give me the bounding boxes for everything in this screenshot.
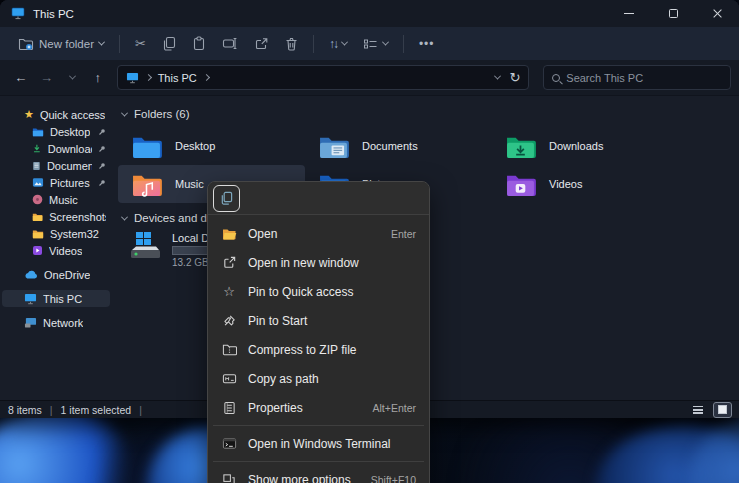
sidebar-item-network[interactable]: Network — [2, 314, 110, 331]
chevron-down-icon — [98, 39, 105, 46]
sidebar-item-system32[interactable]: System32 — [2, 225, 110, 242]
back-button[interactable]: ← — [8, 65, 34, 91]
rename-button[interactable] — [214, 30, 246, 57]
sidebar-item-label: Quick access — [40, 109, 105, 121]
folder-icon — [32, 229, 44, 239]
sidebar-item-label: Documents — [47, 160, 92, 172]
menu-item-label: Properties — [248, 401, 362, 415]
list-view-icon — [693, 406, 703, 414]
sidebar-item-label: System32 — [50, 228, 99, 240]
folder-tile-videos[interactable]: Videos — [492, 165, 679, 203]
view-layout-icon — [363, 38, 378, 50]
maximize-button[interactable] — [651, 0, 695, 27]
music-disc-icon — [32, 194, 43, 205]
terminal-icon — [221, 437, 237, 450]
folder-icon — [32, 212, 43, 222]
close-button[interactable] — [695, 0, 739, 27]
this-pc-icon — [11, 7, 25, 20]
context-menu: Open Enter Open in new window ☆ Pin to Q… — [207, 181, 430, 483]
menu-item-label: Copy as path — [248, 372, 416, 386]
document-icon — [32, 160, 41, 172]
search-input[interactable] — [566, 72, 722, 84]
menu-item-pin-to-start[interactable]: Pin to Start — [212, 306, 425, 335]
pin-icon — [221, 314, 237, 328]
forward-button[interactable]: → — [34, 65, 60, 91]
star-outline-icon: ☆ — [221, 285, 237, 298]
desktop-folder-icon — [131, 134, 162, 159]
toolbar-divider — [119, 35, 120, 53]
menu-item-pin-quick-access[interactable]: ☆ Pin to Quick access — [212, 277, 425, 306]
minimize-button[interactable] — [607, 0, 651, 27]
folders-header-label: Folders (6) — [134, 108, 190, 120]
sidebar-item-desktop[interactable]: Desktop — [2, 123, 110, 140]
show-more-options-icon — [221, 473, 237, 483]
downloads-folder-icon — [505, 134, 536, 159]
sidebar-item-videos[interactable]: Videos — [2, 242, 110, 259]
menu-item-open-new-window[interactable]: Open in new window — [212, 248, 425, 277]
large-icons-view-button[interactable] — [714, 403, 731, 417]
videos-folder-icon — [505, 172, 536, 197]
onedrive-cloud-icon — [24, 270, 38, 280]
pin-icon — [98, 179, 106, 187]
cut-button[interactable]: ✂ — [127, 30, 154, 57]
menu-item-show-more-options[interactable]: Show more options Shift+F10 — [212, 465, 425, 483]
folder-tile-documents[interactable]: Documents — [305, 127, 492, 165]
properties-icon — [221, 401, 237, 415]
folders-section-header[interactable]: Folders (6) — [118, 108, 739, 120]
sort-icon: ↑↓ — [329, 37, 337, 51]
menu-item-label: Pin to Quick access — [248, 285, 416, 299]
paste-button[interactable] — [184, 30, 214, 57]
sidebar-item-documents[interactable]: Documents — [2, 157, 110, 174]
refresh-button[interactable]: ↻ — [509, 70, 520, 85]
sidebar-item-this-pc[interactable]: This PC — [2, 290, 110, 307]
sidebar-item-screenshots[interactable]: Screenshots — [2, 208, 110, 225]
context-copy-button[interactable] — [213, 185, 240, 212]
folder-label: Music — [175, 178, 204, 190]
folder-label: Documents — [362, 140, 418, 152]
chevron-right-icon — [145, 74, 152, 81]
title-bar[interactable]: This PC — [0, 0, 739, 27]
chevron-down-icon — [121, 109, 128, 116]
delete-button[interactable] — [277, 30, 306, 57]
sidebar-item-music[interactable]: Music — [2, 191, 110, 208]
new-folder-button[interactable]: New folder — [10, 30, 112, 57]
address-bar[interactable]: This PC ↻ — [117, 65, 530, 90]
folder-tile-desktop[interactable]: Desktop — [118, 127, 305, 165]
menu-item-copy-as-path[interactable]: Copy as path — [212, 364, 425, 393]
navigation-bar: ← → ↑ This PC ↻ — [0, 60, 739, 96]
folder-label: Downloads — [549, 140, 603, 152]
desktop-screen: This PC New folder ✂ — [0, 0, 739, 483]
folder-tile-downloads[interactable]: Downloads — [492, 127, 679, 165]
minimize-icon — [624, 13, 634, 14]
sort-button[interactable]: ↑↓ — [321, 30, 355, 57]
menu-item-compress-zip[interactable]: Compress to ZIP file — [212, 335, 425, 364]
sidebar-item-label: Desktop — [50, 126, 90, 138]
status-divider: | — [139, 404, 142, 416]
menu-divider — [213, 461, 424, 462]
menu-item-open-windows-terminal[interactable]: Open in Windows Terminal — [212, 429, 425, 458]
up-button[interactable]: ↑ — [85, 65, 111, 91]
sidebar-item-onedrive[interactable]: OneDrive — [2, 266, 110, 283]
menu-item-label: Open — [248, 227, 380, 241]
search-box[interactable] — [543, 65, 731, 90]
details-view-button[interactable] — [689, 403, 706, 417]
sidebar-item-quick-access[interactable]: ★ Quick access — [2, 106, 110, 123]
sidebar-item-pictures[interactable]: Pictures — [2, 174, 110, 191]
menu-item-properties[interactable]: Properties Alt+Enter — [212, 393, 425, 422]
forward-icon: → — [40, 70, 53, 85]
share-button[interactable] — [246, 30, 277, 57]
address-dropdown-chevron[interactable] — [494, 73, 501, 80]
sidebar-item-downloads[interactable]: Downloads — [2, 140, 110, 157]
menu-item-shortcut: Alt+Enter — [373, 402, 416, 414]
window-title: This PC — [33, 8, 74, 20]
recent-locations-button[interactable] — [59, 65, 85, 91]
chevron-down-icon — [382, 39, 389, 46]
sidebar-item-label: Downloads — [48, 143, 92, 155]
see-more-button[interactable]: ••• — [411, 30, 443, 57]
menu-item-open[interactable]: Open Enter — [212, 219, 425, 248]
zip-folder-icon — [221, 343, 237, 356]
breadcrumb-this-pc[interactable]: This PC — [158, 72, 197, 84]
copy-button[interactable] — [154, 30, 184, 57]
menu-item-label: Pin to Start — [248, 314, 416, 328]
view-button[interactable] — [355, 30, 396, 57]
